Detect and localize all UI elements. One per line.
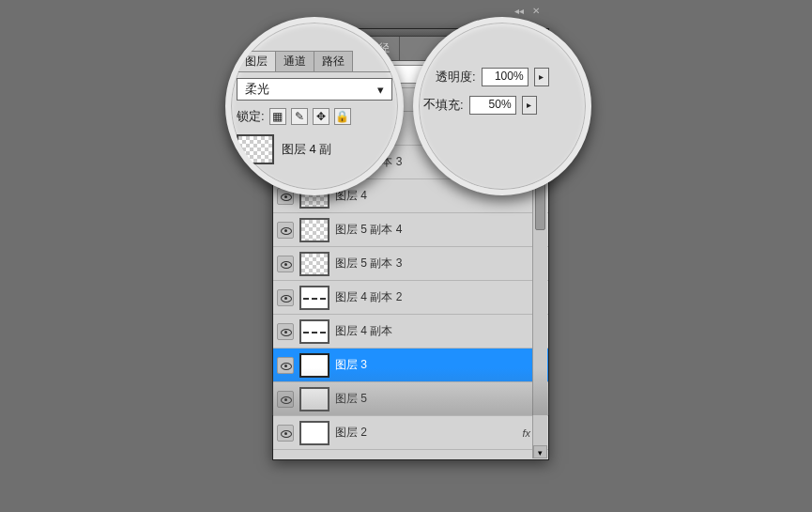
lens-fill-stepper[interactable]: ▸ (522, 96, 537, 115)
layer-thumbnail[interactable] (299, 286, 329, 310)
lens-layer-thumb[interactable] (237, 134, 274, 164)
layer-row[interactable]: 图层 2fx▾ (273, 416, 548, 450)
lens-blend-select[interactable]: 柔光 ▾ (237, 78, 392, 101)
layer-name[interactable]: 图层 4 副本 (335, 323, 544, 339)
lens-lock-pixels-icon[interactable]: ✎ (291, 108, 308, 125)
layer-row[interactable]: 图层 5 副本 4 (273, 213, 548, 247)
lens-lock-all-icon[interactable]: 🔒 (334, 108, 351, 125)
chevron-down-icon: ▾ (377, 83, 384, 97)
lens-opacity-label: 透明度: (436, 69, 476, 85)
collapse-icon[interactable]: ◂◂ (513, 5, 526, 18)
layer-row[interactable]: 图层 4 副本 2 (273, 281, 548, 315)
layer-name[interactable]: 图层 5 副本 4 (335, 222, 544, 238)
lens-fill-value[interactable]: 50% (469, 96, 516, 115)
lens-tab-layers[interactable]: 图层 (237, 51, 276, 71)
lens-lock-position-icon[interactable]: ✥ (313, 108, 329, 125)
layer-thumbnail[interactable] (299, 218, 329, 242)
lens-blend-value: 柔光 (245, 81, 269, 98)
layer-name[interactable]: 图层 4 副本 2 (335, 289, 544, 305)
lens-tab-paths[interactable]: 路径 (314, 51, 353, 71)
unify-toggle[interactable]: 不 (417, 96, 441, 113)
scroll-down-icon[interactable]: ▾ (533, 445, 547, 458)
close-icon[interactable]: ✕ (529, 5, 543, 18)
lens-opacity-value[interactable]: 100% (482, 68, 529, 86)
layer-thumbnail[interactable] (299, 319, 329, 344)
magnifier-left: 图层 通道 路径 柔光 ▾ 锁定: ▦ ✎ ✥ 🔒 图层 4 副 (225, 17, 404, 195)
layer-thumbnail[interactable] (299, 421, 329, 445)
lens-tab-channels[interactable]: 通道 (275, 51, 314, 71)
visibility-eye-icon[interactable] (277, 323, 294, 340)
layer-row[interactable]: 图层 4 副本 (273, 315, 548, 349)
magnifier-right: 不 透明度: 100% ▸ 填充: 50% ▸ (413, 17, 591, 195)
layer-name[interactable]: 图层 5 副本 3 (335, 256, 544, 272)
lens-lock-transparency-icon[interactable]: ▦ (269, 108, 286, 125)
lens-opacity-stepper[interactable]: ▸ (534, 68, 549, 86)
layer-name[interactable]: 图层 2 (335, 425, 516, 441)
visibility-eye-icon[interactable] (277, 256, 294, 272)
visibility-eye-icon[interactable] (277, 289, 294, 306)
fx-badge[interactable]: fx (522, 427, 530, 439)
panel-reflection (272, 368, 549, 415)
layer-thumbnail[interactable] (299, 252, 329, 276)
visibility-eye-icon[interactable] (277, 222, 294, 239)
lens-layer-name: 图层 4 副 (282, 141, 331, 158)
layer-row[interactable]: 图层 5 副本 3 (273, 247, 548, 281)
visibility-eye-icon[interactable] (277, 425, 294, 442)
lens-lock-label: 锁定: (237, 108, 265, 125)
